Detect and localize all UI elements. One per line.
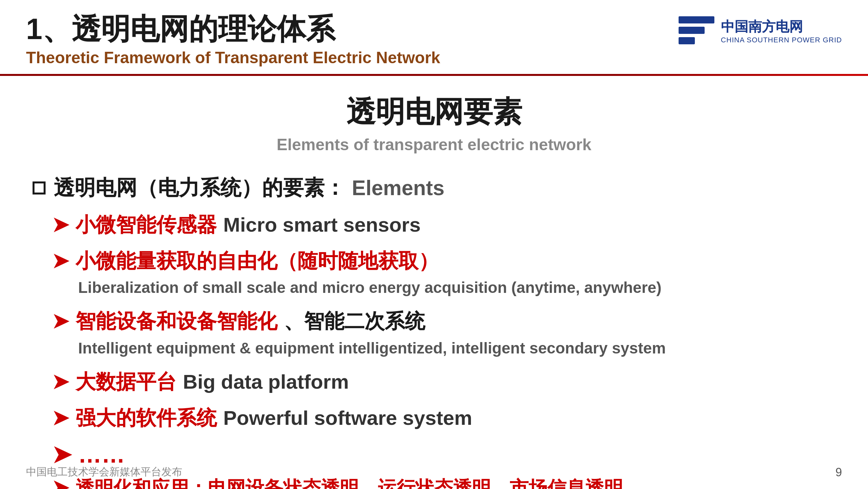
title-block: 1、透明电网的理论体系 Theoretic Framework of Trans… bbox=[26, 13, 440, 67]
dots-item: ➤ …… bbox=[33, 441, 835, 468]
list-item-3-main: ➤ 智能设备和设备智能化 、智能二次系统 bbox=[52, 308, 835, 335]
list-item-1-main: ➤ 小微智能传感器 Micro smart sensors bbox=[52, 212, 835, 238]
item3-sub: Intelligent equipment & equipment intell… bbox=[52, 337, 835, 359]
list-item-2: ➤ 小微能量获取的自由化（随时随地获取） Liberalization of s… bbox=[33, 248, 835, 299]
item1-zh: 小微智能传感器 bbox=[75, 212, 217, 238]
section-title-block: 透明电网要素 Elements of transparent electric … bbox=[0, 92, 868, 154]
arrow-icon-1: ➤ bbox=[52, 212, 69, 238]
svg-rect-1 bbox=[679, 27, 705, 34]
svg-rect-0 bbox=[679, 16, 714, 24]
elements-heading-en: Elements bbox=[352, 176, 444, 200]
logo-block: 中国南方电网 CHINA SOUTHERN POWER GRID bbox=[679, 16, 842, 46]
item3-zh-black: 、智能二次系统 bbox=[284, 308, 425, 335]
header: 1、透明电网的理论体系 Theoretic Framework of Trans… bbox=[0, 0, 868, 67]
svg-rect-2 bbox=[679, 37, 695, 44]
list-item-4-main: ➤ 大数据平台 Big data platform bbox=[52, 369, 835, 395]
item2-sub: Liberalization of small scale and micro … bbox=[52, 277, 835, 298]
list-item-5-main: ➤ 强大的软件系统 Powerful software system bbox=[52, 405, 835, 431]
main-title-en: Theoretic Framework of Transparent Elect… bbox=[26, 48, 440, 67]
content-area: 透明电网（电力系统）的要素： Elements ➤ 小微智能传感器 Micro … bbox=[0, 161, 868, 489]
logo-text-block: 中国南方电网 CHINA SOUTHERN POWER GRID bbox=[721, 18, 842, 44]
list-item-1: ➤ 小微智能传感器 Micro smart sensors bbox=[33, 212, 835, 238]
list-item-2-main: ➤ 小微能量获取的自由化（随时随地获取） bbox=[52, 248, 835, 274]
item4-zh: 大数据平台 bbox=[75, 369, 177, 395]
arrow-icon-5: ➤ bbox=[52, 405, 69, 431]
dots-arrow: ➤ bbox=[52, 441, 71, 467]
arrow-icon-3: ➤ bbox=[52, 308, 69, 335]
footer-text: 中国电工技术学会新媒体平台发布 bbox=[26, 465, 182, 479]
item2-zh: 小微能量获取的自由化（随时随地获取） bbox=[75, 248, 439, 274]
item3-zh-red: 智能设备和设备智能化 bbox=[75, 308, 277, 335]
arrow-icon-2: ➤ bbox=[52, 248, 69, 274]
main-title-zh: 1、透明电网的理论体系 bbox=[26, 13, 440, 45]
logo-svg bbox=[679, 16, 714, 46]
header-divider bbox=[0, 74, 868, 76]
section-title-en: Elements of transparent electric network bbox=[0, 135, 868, 154]
elements-heading-zh: 透明电网（电力系统）的要素： bbox=[54, 174, 345, 202]
logo-container: 中国南方电网 CHINA SOUTHERN POWER GRID bbox=[679, 16, 842, 46]
list-item-4: ➤ 大数据平台 Big data platform bbox=[33, 369, 835, 395]
item5-zh: 强大的软件系统 bbox=[75, 405, 217, 431]
page-number: 9 bbox=[835, 465, 842, 479]
heading-square-icon bbox=[33, 181, 45, 195]
item4-en: Big data platform bbox=[183, 369, 349, 395]
list-item-3: ➤ 智能设备和设备智能化 、智能二次系统 Intelligent equipme… bbox=[33, 308, 835, 359]
dots-text: …… bbox=[78, 441, 125, 467]
elements-heading: 透明电网（电力系统）的要素： Elements bbox=[33, 174, 835, 202]
item5-en: Powerful software system bbox=[223, 405, 472, 431]
item1-en: Micro smart sensors bbox=[223, 212, 421, 238]
slide-container: 1、透明电网的理论体系 Theoretic Framework of Trans… bbox=[0, 0, 868, 489]
arrow-icon-4: ➤ bbox=[52, 369, 69, 395]
section-title-zh: 透明电网要素 bbox=[0, 92, 868, 132]
logo-text-en: CHINA SOUTHERN POWER GRID bbox=[721, 36, 842, 44]
list-item-5: ➤ 强大的软件系统 Powerful software system bbox=[33, 405, 835, 431]
logo-text-zh: 中国南方电网 bbox=[721, 18, 842, 36]
